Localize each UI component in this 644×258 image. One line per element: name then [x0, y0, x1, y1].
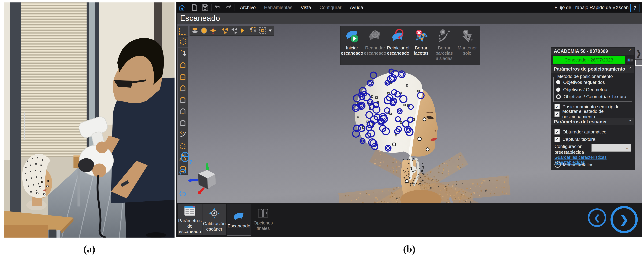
button-label: Opcionesfinales: [254, 220, 273, 231]
save-icon[interactable]: [201, 4, 209, 11]
device-name: ACADEMIA 50 - 9370309: [554, 49, 608, 54]
window-glass-left: [4, 3, 10, 160]
rectangle-select-icon[interactable]: [178, 26, 188, 36]
button-label: Parámetrosde escaneado: [178, 218, 202, 234]
radio-objetivos-requeridos[interactable]: Objetivos requeridos: [556, 79, 605, 85]
zoom-selection-icon[interactable]: [259, 27, 266, 35]
arrow-plane-tool-icon[interactable]: [178, 48, 188, 59]
radio-icon: [556, 88, 560, 92]
checkbox-icon: ✓: [554, 104, 560, 109]
previous-step-button[interactable]: ❮: [588, 208, 606, 227]
menu-archivo[interactable]: Archivo: [240, 5, 256, 10]
back-desk-leg: [78, 168, 80, 206]
layers-icon[interactable]: [191, 27, 199, 35]
restore-window-icon[interactable]: [635, 60, 642, 66]
d-half-tool-icon[interactable]: [178, 94, 188, 105]
button-label: Reanudar escaneado: [364, 45, 386, 56]
keep-only-button[interactable]: Mantener solo: [456, 29, 479, 56]
navigation-cube[interactable]: [188, 162, 223, 198]
page-title: Escaneado: [180, 14, 220, 23]
chevron-up-icon[interactable]: ⌃: [628, 49, 632, 54]
scanner-section-header[interactable]: Parámetros del escaner ⌃: [551, 118, 634, 125]
play-orientation-icon[interactable]: [240, 27, 245, 35]
divider: [211, 4, 212, 11]
help-icon[interactable]: ?: [630, 4, 640, 12]
checkbox-label: Capturar textura: [562, 137, 595, 142]
chevron-up-icon[interactable]: ⌃: [628, 119, 632, 124]
zoom-extents-icon[interactable]: [249, 27, 257, 35]
group-title: Método de posicionamiento: [556, 74, 614, 79]
less-details-label: Menos detalles: [563, 162, 594, 167]
delete-facets-button[interactable]: Borrar facetas: [410, 29, 433, 56]
scan-parameters-icon: [184, 205, 196, 216]
radio-label: Objetivos / Geometría: [563, 87, 607, 92]
undo-icon[interactable]: [214, 4, 222, 11]
next-step-button[interactable]: ❯: [610, 206, 638, 233]
radio-label: Objetivos requeridos: [563, 80, 605, 85]
d-split-tool-icon[interactable]: [178, 82, 188, 94]
check-capturar-textura[interactable]: ✓Capturar textura: [554, 136, 595, 142]
new-file-icon[interactable]: [191, 4, 198, 11]
positioning-section-header[interactable]: Parámetros de posicionamiento ⌃: [551, 65, 634, 73]
chevron-up-icon[interactable]: ⌃: [628, 67, 632, 71]
prev-orientation-icon[interactable]: [220, 27, 229, 35]
less-details-toggle[interactable]: ⌃ Menos detalles: [554, 161, 594, 168]
d-surface-tool-icon[interactable]: [178, 59, 188, 71]
check-mostrar-estado[interactable]: ✓Mostrar el estado de posicionamiento: [554, 111, 634, 117]
device-header[interactable]: ACADEMIA 50 - 9370309 ⌃: [551, 48, 634, 55]
nav-opciones-finales[interactable]: Opcionesfinales: [251, 204, 275, 235]
menu-herramientas[interactable]: Herramientas: [264, 5, 292, 10]
toolbar-dropdown-icon[interactable]: [268, 29, 272, 33]
scan-surface-icon: [233, 211, 245, 221]
menu-vista[interactable]: Vista: [301, 5, 311, 10]
compress-icon[interactable]: [209, 27, 217, 35]
sphere-icon[interactable]: [200, 27, 208, 35]
menu-configurar[interactable]: Configurar: [320, 5, 342, 10]
restart-scan-button[interactable]: Reiniciar el escaneado: [386, 29, 410, 56]
button-label: Reiniciar el escaneado: [386, 45, 410, 56]
d-volume-tool-icon[interactable]: [178, 71, 188, 82]
home-icon[interactable]: [178, 4, 186, 11]
venetian-blinds: [21, 3, 86, 157]
preset-dropdown[interactable]: ⌄: [592, 144, 631, 152]
section-title: Parámetros de posicionamiento: [554, 66, 625, 72]
workflow-title: Flujo de Trabajo Rápido de VXscan: [554, 3, 629, 13]
final-options-icon: [257, 208, 269, 218]
spray-curve-tool-icon[interactable]: [178, 128, 188, 140]
panel-collapse-icon[interactable]: ❯: [636, 48, 642, 58]
start-scan-button[interactable]: Iniciar escaneado: [340, 29, 364, 56]
next-orientation-icon[interactable]: [230, 27, 238, 35]
trousers: [124, 198, 174, 237]
redo-icon[interactable]: [224, 4, 232, 11]
section-title: Parámetros del escaner: [554, 119, 607, 125]
calibration-icon: [209, 208, 220, 219]
menu-ayuda[interactable]: Ayuda: [350, 5, 363, 10]
rotate-arrows-icon[interactable]: [179, 168, 188, 196]
button-label: Mantener solo: [456, 45, 479, 56]
figure: { "captions": { "a": "(a)", "b": "(b)" }…: [0, 0, 644, 258]
nav-parametros-escaneado[interactable]: Parámetrosde escaneado: [178, 204, 202, 235]
caption-a: (a): [4, 243, 174, 255]
button-label: Calibraciónescáner: [203, 221, 226, 232]
radio-label: Objetivos / Geometría / Textura: [564, 94, 626, 99]
viewport-3d[interactable]: Iniciar escaneado Reanudar escaneado Rei…: [176, 24, 642, 203]
button-label: Escaneado: [228, 223, 250, 229]
hand-on-scanner: [92, 163, 106, 177]
d-grey-orange-tool-icon[interactable]: [178, 105, 188, 117]
radio-objetivos-geometria[interactable]: Objetivos / Geometría: [556, 87, 607, 93]
radio-icon: [556, 94, 561, 99]
delete-isolated-patches-button[interactable]: Borrar parcelas aisladas: [433, 29, 456, 61]
checkbox-label: Mostrar el estado de posicionamiento: [562, 109, 634, 119]
check-obturador-automatico[interactable]: ✓Obturador automático: [554, 129, 606, 135]
divider: [247, 28, 247, 35]
keep-only-icon: [460, 29, 474, 44]
resume-scan-button[interactable]: Reanudar escaneado: [364, 29, 386, 56]
d-grey-tool-icon[interactable]: [178, 117, 188, 128]
dashed-d-tool-icon[interactable]: [178, 140, 188, 151]
nostril: [434, 130, 436, 132]
nav-escaneado[interactable]: Escaneado: [227, 204, 251, 236]
freeform-select-icon[interactable]: [178, 36, 188, 47]
button-label: Borrar facetas: [410, 45, 433, 56]
nav-calibracion-escaner[interactable]: Calibraciónescáner: [202, 204, 226, 235]
radio-objetivos-geometria-textura[interactable]: Objetivos / Geometría / Textura: [556, 94, 626, 100]
